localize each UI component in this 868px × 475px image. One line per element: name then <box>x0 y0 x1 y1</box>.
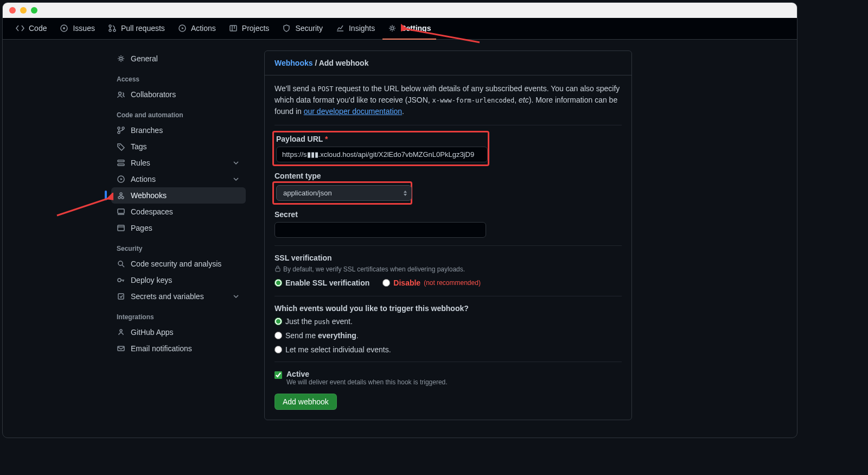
webhook-panel: Webhooks / Add webhook We'll send a POST… <box>264 50 632 420</box>
ssl-enable-option[interactable]: Enable SSL verification <box>275 278 369 287</box>
codespaces-icon <box>117 207 125 216</box>
docs-link[interactable]: our developer documentation <box>304 107 402 116</box>
tab-security-label: Security <box>295 24 323 33</box>
tab-projects-label: Projects <box>242 24 270 33</box>
sidebar-item-collaborators[interactable]: Collaborators <box>111 86 246 103</box>
actions-icon <box>178 24 187 33</box>
sidebar-secrets-label: Secrets and variables <box>131 292 204 301</box>
svg-rect-27 <box>276 268 280 271</box>
ssl-disable-label: Disable <box>393 278 420 287</box>
svg-rect-21 <box>118 225 124 231</box>
minimize-window-dot[interactable] <box>20 7 27 14</box>
sidebar-item-webhooks[interactable]: Webhooks <box>111 187 246 204</box>
svg-point-3 <box>109 29 111 31</box>
event-select-radio[interactable] <box>275 346 282 353</box>
secret-input[interactable] <box>275 222 486 238</box>
sidebar-pages-label: Pages <box>131 224 152 232</box>
breadcrumb-sep: / <box>313 59 319 67</box>
chevron-down-icon <box>232 159 240 167</box>
svg-point-2 <box>109 25 111 27</box>
gear-icon <box>117 54 125 63</box>
event-push-radio[interactable] <box>275 318 282 325</box>
content-type-label: Content type <box>275 172 622 180</box>
event-everything-radio[interactable] <box>275 332 282 339</box>
sidebar-deploykeys-label: Deploy keys <box>131 276 172 284</box>
issues-icon <box>60 24 68 33</box>
tab-projects[interactable]: Projects <box>224 18 275 40</box>
tab-pr-label: Pull requests <box>121 24 165 33</box>
svg-rect-24 <box>118 294 124 299</box>
content-type-select[interactable]: application/json <box>276 185 412 201</box>
sidebar-webhooks-label: Webhooks <box>131 191 167 200</box>
apps-icon <box>117 328 125 337</box>
sidebar-codesec-label: Code security and analysis <box>131 259 221 268</box>
sidebar-item-rules[interactable]: Rules <box>111 155 246 171</box>
svg-rect-15 <box>118 164 124 166</box>
svg-point-19 <box>120 193 122 195</box>
add-webhook-button[interactable]: Add webhook <box>275 394 337 410</box>
tab-actions[interactable]: Actions <box>173 18 221 40</box>
actions-icon <box>117 175 125 183</box>
sidebar-item-email-notifications[interactable]: Email notifications <box>111 340 246 357</box>
sidebar-actions-label: Actions <box>131 175 156 183</box>
active-checkbox[interactable] <box>275 371 282 379</box>
sidebar-item-deploy-keys[interactable]: Deploy keys <box>111 272 246 288</box>
sidebar-item-codesec[interactable]: Code security and analysis <box>111 256 246 272</box>
rules-icon <box>117 159 125 167</box>
tag-icon <box>117 142 125 151</box>
breadcrumb-root[interactable]: Webhooks <box>275 59 313 67</box>
sidebar-item-general[interactable]: General <box>111 50 246 67</box>
svg-point-25 <box>120 330 122 332</box>
sidebar-group-integrations: Integrations <box>111 305 246 324</box>
tab-actions-label: Actions <box>191 24 216 33</box>
gear-icon <box>388 24 397 33</box>
svg-point-4 <box>113 29 116 31</box>
close-window-dot[interactable] <box>9 7 16 14</box>
event-select-option[interactable]: Let me select individual events. <box>275 345 622 354</box>
tab-settings[interactable]: Settings <box>382 18 436 40</box>
ssl-disable-option[interactable]: Disable (not recommended) <box>382 278 481 287</box>
sidebar-item-branches[interactable]: Branches <box>111 122 246 138</box>
shield-icon <box>282 24 291 33</box>
event-push-label: Just the push event. <box>285 317 353 326</box>
sidebar-item-tags[interactable]: Tags <box>111 138 246 155</box>
ssl-disable-radio[interactable] <box>382 279 390 287</box>
select-caret-icon <box>404 191 407 196</box>
sidebar-item-secrets[interactable]: Secrets and variables <box>111 288 246 305</box>
sidebar-item-github-apps[interactable]: GitHub Apps <box>111 324 246 340</box>
sidebar-item-actions[interactable]: Actions <box>111 171 246 187</box>
post-code: POST <box>317 85 333 93</box>
window-titlebar <box>3 3 797 18</box>
mail-icon <box>117 344 125 353</box>
divider <box>275 362 622 362</box>
sidebar-item-codespaces[interactable]: Codespaces <box>111 204 246 220</box>
sidebar-item-pages[interactable]: Pages <box>111 220 246 236</box>
enc-code: x-www-form-urlencoded <box>432 97 515 104</box>
tab-insights[interactable]: Insights <box>330 18 380 40</box>
event-everything-label: Send me everything. <box>285 331 359 340</box>
payload-url-label: Payload URL * <box>276 135 486 143</box>
events-question: Which events would you like to trigger t… <box>275 304 622 313</box>
sidebar-rules-label: Rules <box>131 159 150 167</box>
tab-issues-label: Issues <box>73 24 94 33</box>
code-icon <box>16 24 24 33</box>
tab-code[interactable]: Code <box>10 18 52 40</box>
tab-code-label: Code <box>29 24 47 33</box>
divider <box>275 125 622 125</box>
tab-security[interactable]: Security <box>277 18 328 40</box>
payload-url-highlight: Payload URL * <box>272 131 489 166</box>
people-icon <box>117 90 125 99</box>
event-select-label: Let me select individual events. <box>285 345 391 354</box>
svg-point-17 <box>118 197 120 199</box>
svg-point-1 <box>63 27 65 29</box>
payload-url-input[interactable] <box>276 147 488 162</box>
webhook-icon <box>117 191 125 200</box>
ssl-enable-radio[interactable] <box>275 279 282 287</box>
maximize-window-dot[interactable] <box>31 7 37 14</box>
tab-issues[interactable]: Issues <box>54 18 100 40</box>
tab-pull-requests[interactable]: Pull requests <box>103 18 170 40</box>
event-everything-option[interactable]: Send me everything. <box>275 331 622 340</box>
sidebar-group-access: Access <box>111 67 246 86</box>
svg-rect-14 <box>118 160 124 162</box>
event-push-option[interactable]: Just the push event. <box>275 317 622 326</box>
